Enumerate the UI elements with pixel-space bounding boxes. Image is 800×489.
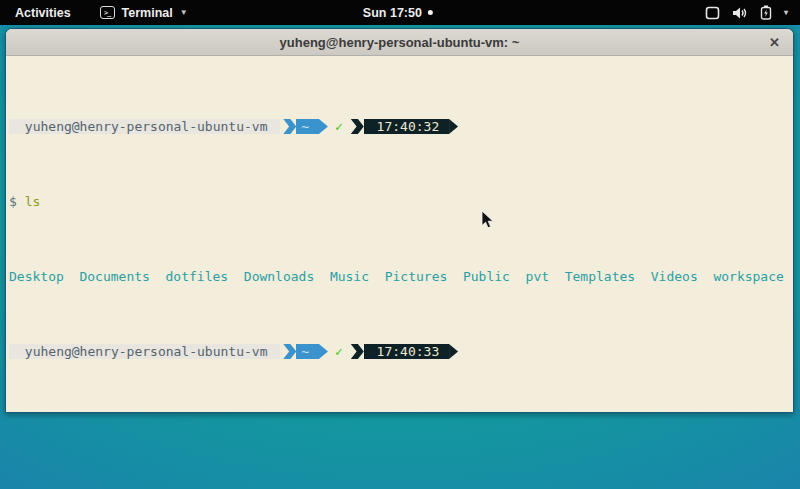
terminal-icon: >_ — [100, 6, 115, 19]
chevron-down-icon: ▼ — [180, 8, 188, 17]
powerline-chevron-icon — [283, 344, 296, 359]
prompt-line-1: yuheng@henry-personal-ubuntu-vm ~ ✓ 17:4… — [9, 119, 793, 134]
window-titlebar[interactable]: yuheng@henry-personal-ubuntu-vm: ~ ✕ — [6, 29, 793, 56]
powerline-chevron-icon — [283, 119, 296, 134]
powerline-point-icon — [449, 119, 458, 134]
prompt-user-segment: yuheng@henry-personal-ubuntu-vm — [9, 344, 280, 359]
clock-menu[interactable]: Sun 17:50 — [363, 6, 433, 20]
prompt-dollar: $ — [9, 194, 17, 209]
mouse-pointer-icon — [481, 210, 495, 230]
command-text: ls — [25, 194, 41, 209]
prompt-path-segment: ~ — [296, 119, 319, 134]
system-menu-chevron-icon: ▾ — [784, 8, 788, 17]
volume-icon — [732, 6, 748, 20]
success-check-icon: ✓ — [328, 119, 348, 134]
app-menu-terminal[interactable]: >_ Terminal ▼ — [100, 6, 188, 20]
prompt-time-segment: 17:40:32 — [364, 119, 449, 134]
clock-label: Sun 17:50 — [363, 6, 422, 20]
ls-output: Desktop Documents dotfiles Downloads Mus… — [9, 269, 793, 284]
activities-button[interactable]: Activities — [10, 4, 76, 22]
app-menu-label: Terminal — [122, 6, 173, 20]
battery-charging-icon — [760, 5, 772, 20]
powerline-point-icon — [319, 344, 328, 359]
screen-share-icon — [705, 6, 720, 20]
terminal-window: yuheng@henry-personal-ubuntu-vm: ~ ✕ yuh… — [5, 28, 794, 413]
powerline-point-icon — [449, 344, 458, 359]
prompt-user-segment: yuheng@henry-personal-ubuntu-vm — [9, 119, 280, 134]
notification-dot-icon — [428, 10, 433, 15]
close-icon[interactable]: ✕ — [769, 36, 780, 49]
prompt-time-segment: 17:40:33 — [364, 344, 449, 359]
system-status-area[interactable]: ▾ — [705, 5, 788, 20]
window-title: yuheng@henry-personal-ubuntu-vm: ~ — [280, 35, 520, 50]
prompt-line-2: yuheng@henry-personal-ubuntu-vm ~ ✓ 17:4… — [9, 344, 793, 359]
success-check-icon: ✓ — [328, 344, 348, 359]
prompt-path-segment: ~ — [296, 344, 319, 359]
top-bar: Activities >_ Terminal ▼ Sun 17:50 ▾ — [0, 0, 800, 25]
powerline-chevron-icon — [351, 344, 364, 359]
powerline-point-icon — [319, 119, 328, 134]
powerline-chevron-icon — [351, 119, 364, 134]
terminal-content[interactable]: yuheng@henry-personal-ubuntu-vm ~ ✓ 17:4… — [6, 56, 793, 413]
command-line: $ ls — [9, 194, 793, 209]
